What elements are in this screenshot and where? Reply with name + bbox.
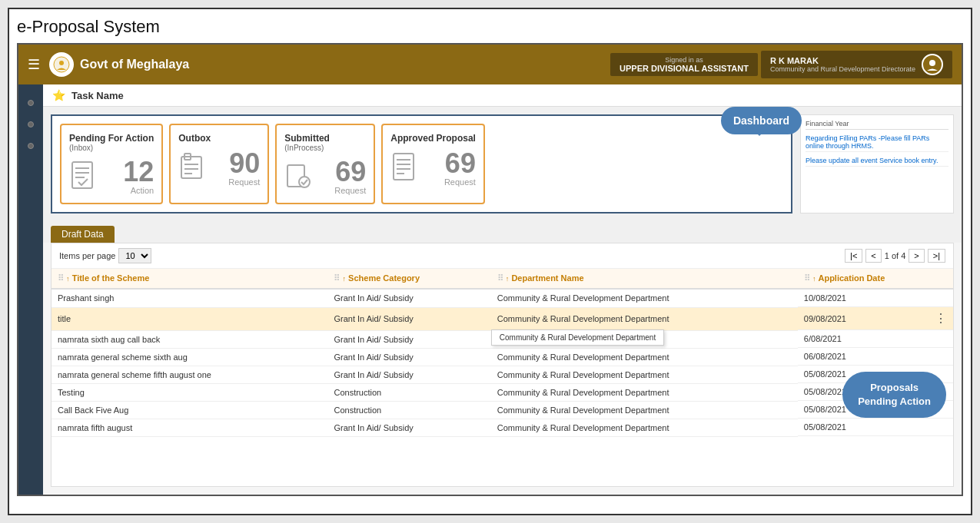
cell-category: Grant In Aid/ Subsidy	[327, 307, 490, 330]
user-info: R K MARAK Community and Rural Developmen…	[770, 56, 915, 73]
pagination: |< < 1 of 4 > >|	[845, 249, 945, 263]
sidebar-dot-2[interactable]	[28, 121, 34, 127]
cell-department: Community & Rural Development Department	[491, 419, 798, 436]
svg-point-13	[299, 177, 310, 187]
card-number-1: 90	[228, 150, 260, 177]
cell-category: Construction	[327, 401, 490, 419]
card-submitted[interactable]: Submitted (InProcess)	[275, 124, 375, 204]
card-label-1: Request	[228, 177, 260, 187]
cell-title: Testing	[51, 383, 327, 401]
signed-in-label: Signed in as	[620, 56, 749, 64]
cell-title: namrata fifth august	[51, 419, 327, 436]
signed-in-role: UPPER DIVISIONAL ASSISTANT	[620, 64, 749, 73]
sidebar	[18, 84, 43, 495]
col-drag-category[interactable]: ⠿ ↑ Scheme Category	[327, 269, 490, 289]
first-page-btn[interactable]: |<	[845, 249, 862, 263]
sidebar-dot-3[interactable]	[28, 143, 34, 149]
card-label-2: Request	[334, 186, 366, 195]
cell-category: Grant In Aid/ Subsidy	[327, 419, 490, 436]
items-per-page: Items per page 10 25 50	[59, 248, 151, 263]
cell-title: Prashant singh	[51, 289, 327, 307]
table-row[interactable]: Call Back Five AugConstructionCommunity …	[51, 401, 953, 419]
card-title-1: Outbox	[178, 133, 260, 144]
pending-action-icon	[69, 161, 95, 195]
card-title-0: Pending For Action	[69, 133, 154, 144]
card-number-2: 69	[334, 158, 366, 186]
gov-name: Govt of Meghalaya	[80, 58, 610, 71]
outbox-icon	[178, 152, 204, 187]
user-section: R K MARAK Community and Rural Developmen…	[761, 51, 952, 78]
card-title-3: Approved Proposal	[390, 133, 476, 144]
table-row[interactable]: Prashant singhGrant In Aid/ SubsidyCommu…	[51, 289, 953, 307]
last-page-btn[interactable]: >|	[928, 249, 945, 263]
card-approved[interactable]: Approved Proposal	[381, 124, 485, 204]
cell-category: Grant In Aid/ Subsidy	[327, 330, 490, 348]
items-per-page-select[interactable]: 10 25 50	[118, 248, 151, 263]
draft-tab-bar: Draft Data	[43, 221, 962, 243]
cell-date: 09/08/2021⋮	[798, 307, 953, 330]
cell-department: Community & Rural Development Department	[491, 348, 798, 366]
card-title-2: Submitted	[284, 133, 366, 144]
notif-item-0[interactable]: Regarding Filling PARs -Please fill PARs…	[806, 133, 948, 152]
cell-date: 05/08/2021	[798, 419, 953, 436]
table-row[interactable]: titleGrant In Aid/ SubsidyCommunity & Ru…	[51, 307, 953, 330]
row-action-menu[interactable]: ⋮	[935, 311, 947, 326]
cell-department: Community & Rural Development Department	[491, 401, 798, 419]
task-name-label: Task Name	[71, 90, 124, 101]
svg-point-1	[59, 61, 64, 65]
cell-department: Community & Rural Development Department	[491, 289, 798, 307]
table-row[interactable]: TestingConstructionCommunity & Rural Dev…	[51, 383, 953, 401]
data-table: ⠿ ↑ Title of the Scheme ⠿ ↑ Scheme Categ…	[51, 269, 953, 437]
table-area: Items per page 10 25 50 |< < 1 of 4 >	[51, 243, 954, 487]
next-page-btn[interactable]: >	[909, 249, 924, 263]
card-pending-action[interactable]: Pending For Action (Inbox)	[60, 124, 163, 204]
dashboard-tooltip: Dashboard	[721, 107, 802, 134]
approved-icon	[390, 152, 417, 187]
notif-item-1[interactable]: Please update all event Service book ent…	[806, 155, 948, 167]
card-label-3: Request	[444, 177, 476, 187]
table-row[interactable]: namrata general scheme sixth augGrant In…	[51, 348, 953, 366]
svg-point-2	[929, 60, 935, 66]
signed-in-section: Signed in as UPPER DIVISIONAL ASSISTANT	[610, 53, 758, 76]
cell-department: Community & Rural Development Department…	[491, 307, 798, 330]
user-dept: Community and Rural Development Director…	[770, 65, 915, 73]
user-avatar[interactable]	[922, 54, 943, 75]
cell-department: Community & Rural Development Department	[491, 383, 798, 401]
cell-category: Grant In Aid/ Subsidy	[327, 289, 490, 307]
gov-logo	[49, 52, 74, 77]
task-bar: ⭐ Task Name	[43, 84, 962, 107]
table-controls: Items per page 10 25 50 |< < 1 of 4 >	[51, 243, 953, 269]
cell-department: Community & Rural Development Department	[491, 366, 798, 383]
items-per-page-label: Items per page	[59, 251, 115, 260]
dept-tooltip-popup: Community & Rural Development Department	[491, 329, 664, 346]
draft-tab[interactable]: Draft Data	[51, 226, 115, 243]
col-drag-title[interactable]: ⠿ ↑ Title of the Scheme	[51, 269, 327, 289]
dashboard-tooltip-wrapper: Dashboard	[721, 107, 802, 134]
cards-container: Pending For Action (Inbox)	[51, 114, 792, 214]
proposals-tooltip-text: ProposalsPending Action	[858, 382, 931, 407]
page-info: 1 of 4	[885, 251, 906, 260]
col-drag-department[interactable]: ⠿ ↑ Department Name	[491, 269, 798, 289]
table-row[interactable]: namrata fifth augustGrant In Aid/ Subsid…	[51, 419, 953, 436]
card-number-3: 69	[444, 150, 476, 177]
user-name: R K MARAK	[770, 56, 915, 65]
app-header: ☰ Govt of Meghalaya Signed in as UPPER D…	[18, 45, 962, 84]
hamburger-icon[interactable]: ☰	[28, 56, 40, 73]
cell-title: title	[51, 307, 327, 330]
notifications-panel: Financial Year Regarding Filling PARs -P…	[800, 114, 954, 214]
col-drag-date[interactable]: ⠿ ↑ Application Date	[798, 269, 953, 289]
task-icon: ⭐	[52, 89, 65, 101]
dashboard-area: Pending For Action (Inbox)	[43, 107, 962, 221]
cell-category: Grant In Aid/ Subsidy	[327, 366, 490, 383]
cell-title: Call Back Five Aug	[51, 401, 327, 419]
table-row[interactable]: namrata general scheme fifth august oneG…	[51, 366, 953, 383]
submitted-icon	[284, 161, 311, 195]
cell-title: namrata sixth aug call back	[51, 330, 327, 348]
cell-date: 6/08/2021	[798, 330, 953, 348]
sidebar-dot-1[interactable]	[28, 100, 34, 106]
cell-date: 06/08/2021	[798, 348, 953, 366]
card-outbox[interactable]: Outbox	[169, 124, 269, 204]
cell-category: Grant In Aid/ Subsidy	[327, 348, 490, 366]
prev-page-btn[interactable]: <	[865, 249, 881, 263]
page-title: e-Proposal System	[17, 17, 963, 37]
